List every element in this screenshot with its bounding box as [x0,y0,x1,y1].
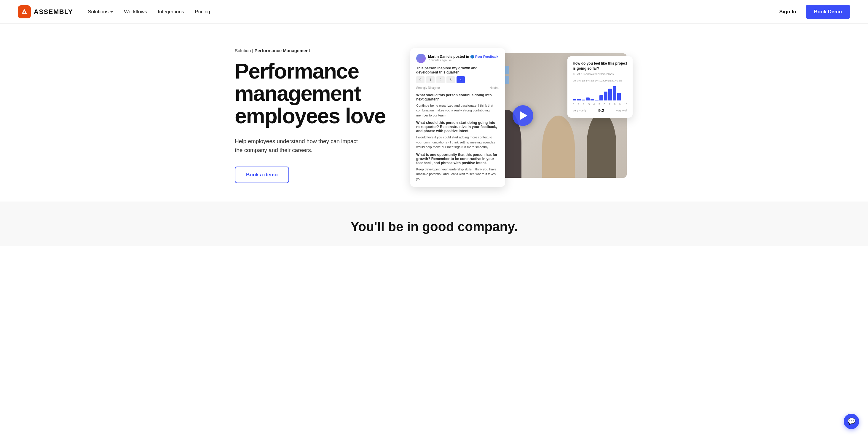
bar-3 [586,97,590,100]
feedback-card: Martin Daniels posted in 🔵 Peer Feedback… [410,48,505,187]
hero-left: Solution | Performance Management Perfor… [235,48,395,183]
rating-3[interactable]: 3 [446,76,455,83]
book-demo-hero-button[interactable]: Book a demo [235,166,289,183]
nav-links: Solutions Workflows Integrations Pricing [88,9,776,15]
bar-5 [595,100,598,100]
play-triangle-icon [520,112,527,120]
bar-chart [573,83,627,100]
nav-integrations[interactable]: Integrations [158,9,184,15]
rating-4[interactable]: 4 [457,76,465,83]
rating-1[interactable]: 1 [426,76,435,83]
breadcrumb: Solution | Performance Management [235,48,395,53]
bar-0 [573,99,576,100]
rating-2[interactable]: 2 [436,76,445,83]
hero-section: Solution | Performance Management Perfor… [217,24,651,201]
bar-7 [604,92,608,100]
bar-8 [608,89,612,100]
nav-solutions[interactable]: Solutions [88,9,113,15]
rating-0[interactable]: 0 [416,76,425,83]
bar-6 [599,95,603,100]
bar-4 [591,99,594,100]
nav-workflows[interactable]: Workflows [124,9,147,15]
avatar [416,54,426,63]
bar-2 [582,100,585,100]
person-silhouette [587,113,616,178]
chat-icon: 💬 [847,417,856,425]
bar-1 [577,99,581,100]
chevron-down-icon [110,11,113,13]
hero-right: Martin Daniels posted in 🔵 Peer Feedback… [413,53,633,178]
chat-bubble-button[interactable]: 💬 [844,414,859,429]
logo-icon [18,5,31,19]
bar-9 [613,86,616,100]
nav-actions: Sign In Book Demo [776,5,850,19]
hero-media: Martin Daniels posted in 🔵 Peer Feedback… [419,53,627,178]
book-demo-nav-button[interactable]: Book Demo [806,5,850,19]
bottom-title: You'll be in good company. [18,219,850,234]
play-button[interactable] [513,105,533,126]
bottom-section: You'll be in good company. [0,201,868,246]
rating-scale: 0 1 2 3 4 [416,76,499,83]
nav-pricing[interactable]: Pricing [195,9,210,15]
person-silhouette [542,116,575,178]
hero-title: Performance management employees love [235,60,395,127]
sign-in-button[interactable]: Sign In [776,6,800,17]
navbar: ASSEMBLY Solutions Workflows Integration… [0,0,868,24]
logo-text: ASSEMBLY [34,8,73,16]
logo[interactable]: ASSEMBLY [18,5,73,19]
hero-subtitle: Help employees understand how they can i… [235,137,359,155]
bar-10 [617,93,621,100]
survey-card: How do you feel like this project is goi… [567,56,632,118]
